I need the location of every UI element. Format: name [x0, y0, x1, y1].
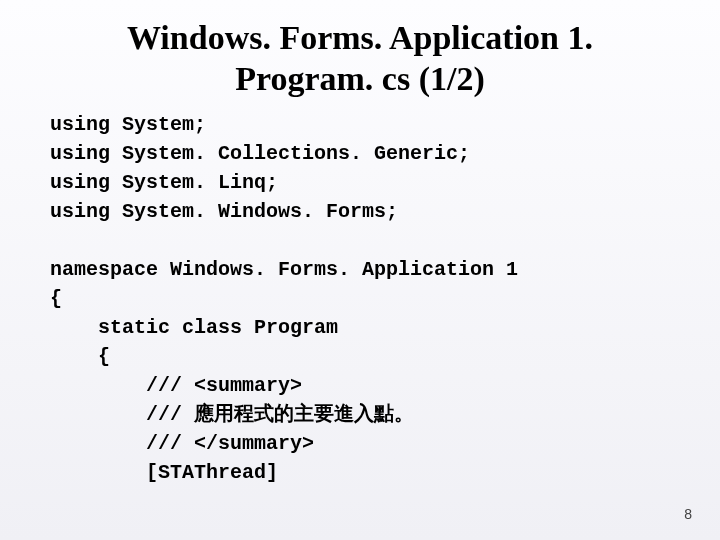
title-line-1: Windows. Forms. Application 1.	[127, 19, 593, 56]
slide-title: Windows. Forms. Application 1. Program. …	[50, 18, 670, 100]
slide: Windows. Forms. Application 1. Program. …	[0, 0, 720, 540]
code-block: using System; using System. Collections.…	[50, 110, 670, 487]
title-line-2: Program. cs (1/2)	[235, 60, 485, 97]
page-number: 8	[684, 506, 692, 522]
